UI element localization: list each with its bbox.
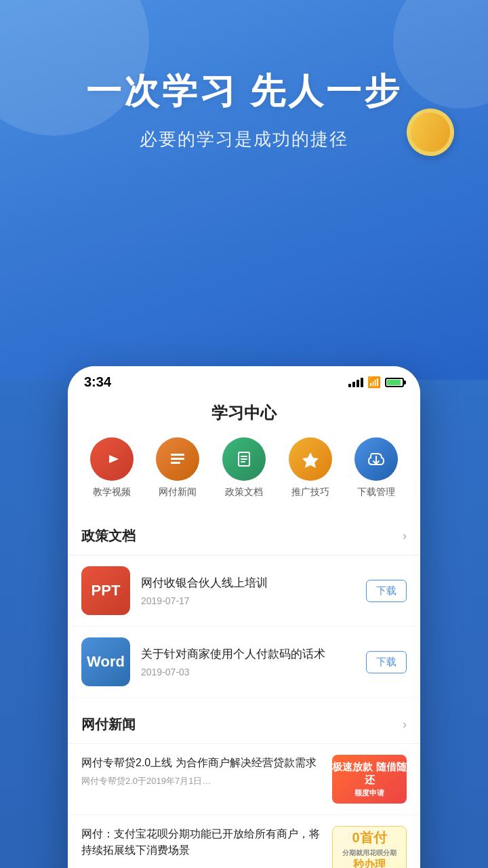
- doc-date-word: 2019-07-03: [141, 667, 355, 677]
- doc-item-word[interactable]: Word 关于针对商家使用个人付款码的话术 2019-07-03 下载: [68, 627, 420, 698]
- icon-teaching-video[interactable]: 教学视频: [90, 437, 134, 498]
- download-manage-label: 下载管理: [357, 486, 395, 498]
- news-title-1: 网付专帮贷2.0上线 为合作商户解决经营贷款需求: [81, 755, 323, 771]
- news-subtitle-1: 网付专帮贷2.0于2019年7月1日…: [81, 775, 323, 787]
- icon-download[interactable]: 下载管理: [354, 437, 398, 498]
- news-section-header[interactable]: 网付新闻 ›: [68, 706, 420, 744]
- teaching-video-icon: [90, 437, 134, 481]
- svg-rect-2: [171, 454, 184, 456]
- svg-rect-3: [171, 458, 184, 460]
- phone-mockup: 3:34 📶 学习中心: [68, 366, 420, 868]
- status-bar: 3:34 📶: [68, 366, 420, 395]
- tips-icon: [289, 437, 332, 481]
- icon-grid: 教学视频 网付新闻: [68, 435, 420, 509]
- policy-section-title: 政策文档: [81, 527, 136, 545]
- svg-rect-8: [241, 461, 245, 462]
- doc-info-word: 关于针对商家使用个人付款码的话术 2019-07-03: [141, 646, 355, 677]
- signal-icon: [348, 378, 363, 387]
- download-btn-word[interactable]: 下载: [366, 651, 407, 673]
- hero-section: 一次学习 先人一步 必要的学习是成功的捷径: [0, 0, 488, 380]
- news-banner-1-sub: 额度申请: [354, 788, 384, 798]
- news-banner-1: 极速放款 随借随还 额度申请: [332, 755, 407, 804]
- tips-label: 推广技巧: [291, 486, 329, 498]
- news-item-1[interactable]: 网付专帮贷2.0上线 为合作商户解决经营贷款需求 网付专帮贷2.0于2019年7…: [68, 744, 420, 815]
- news-section-arrow: ›: [403, 717, 407, 732]
- policy-section-header[interactable]: 政策文档 ›: [68, 517, 420, 555]
- teaching-video-label: 教学视频: [93, 486, 131, 498]
- download-icon: [354, 437, 398, 481]
- news-banner-2-main: 0首付: [352, 829, 386, 847]
- doc-date-ppt: 2019-07-17: [141, 595, 355, 606]
- icon-news[interactable]: 网付新闻: [156, 437, 199, 498]
- news-text-2: 网付：支付宝花呗分期功能已开放给所有商户，将持续拓展线下消费场景: [81, 826, 323, 863]
- news-title-2: 网付：支付宝花呗分期功能已开放给所有商户，将持续拓展线下消费场景: [81, 826, 323, 859]
- coin-shape: [400, 102, 461, 163]
- news-banner-1-main: 极速放款 随借随还: [332, 761, 407, 787]
- word-icon: Word: [81, 637, 130, 686]
- svg-marker-1: [109, 455, 119, 463]
- news-text-1: 网付专帮贷2.0上线 为合作商户解决经营贷款需求 网付专帮贷2.0于2019年7…: [81, 755, 323, 787]
- doc-item-ppt[interactable]: PPT 网付收银合伙人线上培训 2019-07-17 下载: [68, 555, 420, 627]
- policy-icon: [222, 437, 266, 481]
- news-banner-2-sub2: 秒办理: [353, 858, 386, 868]
- news-icon: [156, 437, 199, 481]
- battery-icon: [385, 378, 404, 387]
- news-section-title: 网付新闻: [81, 715, 136, 734]
- wifi-icon: 📶: [367, 376, 381, 389]
- news-item-2[interactable]: 网付：支付宝花呗分期功能已开放给所有商户，将持续拓展线下消费场景 0首付 分期就…: [68, 815, 420, 868]
- page-wrapper: 一次学习 先人一步 必要的学习是成功的捷径 3:34 📶: [0, 0, 488, 868]
- status-time: 3:34: [84, 374, 111, 390]
- news-banner-2: 0首付 分期就用花呗分期 秒办理: [332, 826, 407, 868]
- app-title: 学习中心: [68, 395, 420, 435]
- news-label: 网付新闻: [159, 486, 197, 498]
- status-icons: 📶: [348, 376, 404, 389]
- doc-title-word: 关于针对商家使用个人付款码的话术: [141, 646, 355, 663]
- icon-policy[interactable]: 政策文档: [222, 437, 266, 498]
- svg-rect-7: [241, 458, 247, 460]
- doc-info-ppt: 网付收银合伙人线上培训 2019-07-17: [141, 575, 355, 606]
- policy-label: 政策文档: [225, 486, 263, 498]
- phone-mockup-wrapper: 3:34 📶 学习中心: [0, 366, 488, 868]
- svg-rect-4: [171, 462, 180, 464]
- news-banner-2-sub: 分期就用花呗分期: [342, 848, 396, 858]
- icon-tips[interactable]: 推广技巧: [289, 437, 332, 498]
- svg-rect-6: [241, 456, 247, 457]
- doc-title-ppt: 网付收银合伙人线上培训: [141, 575, 355, 591]
- news-section: 网付新闻 › 网付专帮贷2.0上线 为合作商户解决经营贷款需求 网付专帮贷2.0…: [68, 706, 420, 868]
- ppt-icon: PPT: [81, 566, 130, 615]
- policy-section-arrow: ›: [403, 529, 407, 543]
- coin-decoration: [407, 108, 474, 163]
- download-btn-ppt[interactable]: 下载: [366, 580, 407, 602]
- policy-section: 政策文档 › PPT 网付收银合伙人线上培训 2019-07-17 下载: [68, 517, 420, 698]
